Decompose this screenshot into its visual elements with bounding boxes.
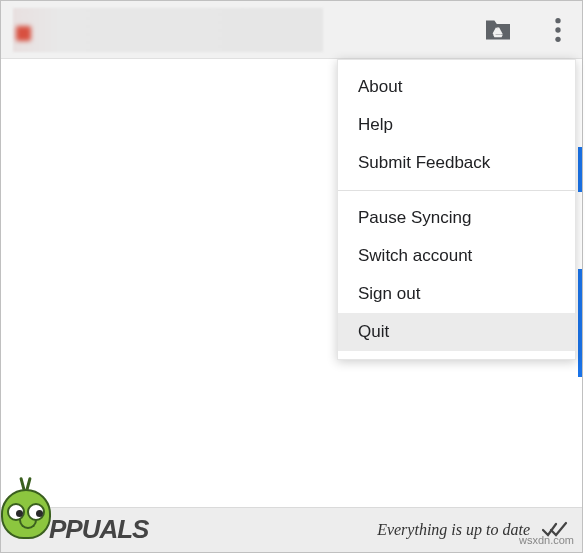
sync-status-text: Everything is up to date: [377, 521, 530, 539]
app-window: About Help Submit Feedback Pause Syncing…: [0, 0, 583, 553]
account-info-blurred: [13, 8, 323, 52]
menu-item-pause-syncing[interactable]: Pause Syncing: [338, 199, 575, 237]
svg-point-1: [555, 27, 560, 32]
content-area: About Help Submit Feedback Pause Syncing…: [1, 59, 582, 509]
menu-item-about[interactable]: About: [338, 68, 575, 106]
menu-item-sign-out[interactable]: Sign out: [338, 275, 575, 313]
menu-item-quit[interactable]: Quit: [338, 313, 575, 351]
menu-item-help[interactable]: Help: [338, 106, 575, 144]
more-menu-button[interactable]: [546, 14, 570, 46]
mascot-icon: [1, 477, 53, 552]
svg-point-0: [555, 18, 560, 23]
brand-text: PPUALS: [49, 514, 148, 545]
header-actions: [482, 14, 570, 46]
drive-folder-icon[interactable]: [482, 14, 514, 46]
svg-point-2: [555, 36, 560, 41]
header-bar: [1, 1, 582, 59]
menu-item-switch-account[interactable]: Switch account: [338, 237, 575, 275]
menu-item-feedback[interactable]: Submit Feedback: [338, 144, 575, 182]
edge-decoration: [578, 269, 582, 377]
watermark-url: wsxdn.com: [519, 534, 574, 546]
settings-dropdown-menu: About Help Submit Feedback Pause Syncing…: [337, 59, 576, 360]
watermark-logo: PPUALS: [1, 477, 171, 552]
menu-section-info: About Help Submit Feedback: [338, 60, 575, 190]
menu-section-account: Pause Syncing Switch account Sign out Qu…: [338, 191, 575, 359]
edge-decoration: [578, 147, 582, 192]
